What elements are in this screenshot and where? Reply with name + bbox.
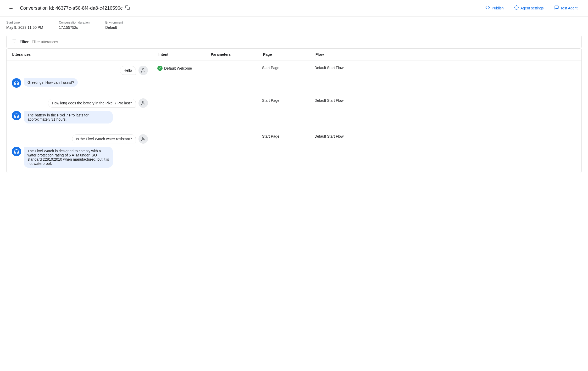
- test-agent-button[interactable]: Test Agent: [550, 3, 582, 13]
- utterances-cell-3: Is the Pixel Watch water resistant?: [7, 129, 153, 173]
- svg-point-5: [142, 69, 144, 70]
- flow-cell-2: Default Start Flow: [310, 93, 581, 108]
- col-intent: Intent: [158, 52, 211, 57]
- start-time-value: May 9, 2023 11:50 PM: [6, 25, 43, 30]
- duration-value: 17.155752s: [59, 25, 90, 30]
- agent-bubble-1: Greetings! How can I assist?: [24, 78, 78, 87]
- intent-cell-2: [153, 93, 206, 104]
- environment-value: Default: [105, 25, 123, 30]
- user-message-2: How long does the battery in the Pixel 7…: [12, 98, 148, 108]
- page-cell-3: Start Page: [258, 129, 310, 144]
- svg-point-7: [142, 137, 144, 139]
- col-page: Page: [263, 52, 315, 57]
- meta-environment: Environment Default: [105, 21, 123, 30]
- agent-avatar-2: [12, 111, 21, 120]
- filter-icon: [12, 39, 16, 45]
- col-flow: Flow: [315, 52, 576, 57]
- user-message-1: Hello: [12, 66, 148, 75]
- col-parameters: Parameters: [211, 52, 263, 57]
- filter-label: Filter: [20, 40, 29, 44]
- agent-avatar-3: [12, 147, 21, 156]
- start-time-label: Start time: [6, 21, 43, 24]
- col-utterances: Utterances: [12, 52, 158, 57]
- agent-settings-button[interactable]: Agent settings: [510, 3, 548, 13]
- test-agent-icon: [554, 5, 559, 11]
- agent-settings-label: Agent settings: [520, 6, 544, 10]
- meta-duration: Conversation duration 17.155752s: [59, 21, 90, 30]
- filter-bar: Filter: [6, 35, 582, 49]
- svg-point-1: [516, 7, 517, 8]
- utterances-table: Utterances Intent Parameters Page Flow H…: [6, 49, 582, 173]
- conversation-id: Conversation Id: 46377c-a56-8f4-da8-c421…: [20, 5, 123, 11]
- page-cell-1: Start Page: [258, 60, 310, 75]
- agent-bubble-2: The battery in the Pixel 7 Pro lasts for…: [24, 111, 113, 123]
- svg-point-6: [142, 101, 144, 103]
- publish-button[interactable]: Publish: [481, 3, 508, 13]
- user-avatar-3: [138, 134, 148, 144]
- back-icon: ←: [8, 5, 14, 11]
- agent-avatar-1: [12, 78, 21, 88]
- params-cell-2: [206, 93, 258, 104]
- environment-label: Environment: [105, 21, 123, 24]
- params-cell-3: [206, 129, 258, 139]
- publish-icon: [485, 5, 490, 11]
- table-row: How long does the battery in the Pixel 7…: [7, 93, 581, 129]
- copy-icon[interactable]: [125, 5, 130, 11]
- params-cell-1: [206, 60, 258, 71]
- user-bubble-3: Is the Pixel Watch water resistant?: [72, 134, 136, 143]
- settings-icon: [514, 5, 519, 11]
- intent-cell-1: ✓ Default Welcome: [153, 60, 206, 76]
- agent-message-2: The battery in the Pixel 7 Pro lasts for…: [12, 111, 148, 123]
- agent-message-3: The Pixel Watch is designed to comply wi…: [12, 147, 148, 168]
- intent-badge-1: ✓ Default Welcome: [157, 66, 192, 71]
- user-avatar-2: [138, 98, 148, 108]
- agent-bubble-3: The Pixel Watch is designed to comply wi…: [24, 147, 113, 168]
- test-agent-label: Test Agent: [561, 6, 578, 10]
- user-message-3: Is the Pixel Watch water resistant?: [12, 134, 148, 144]
- flow-cell-3: Default Start Flow: [310, 129, 581, 144]
- table-row: Is the Pixel Watch water resistant?: [7, 129, 581, 173]
- header-actions: Publish Agent settings Test Agent: [481, 3, 582, 13]
- svg-rect-0: [127, 7, 130, 9]
- check-icon-1: ✓: [157, 66, 163, 71]
- user-bubble-2: How long does the battery in the Pixel 7…: [48, 99, 136, 108]
- utterances-cell-1: Hello: [7, 60, 153, 93]
- user-bubble-1: Hello: [120, 66, 136, 75]
- table-header: Utterances Intent Parameters Page Flow: [7, 49, 581, 60]
- table-row: Hello: [7, 60, 581, 93]
- page-title: Conversation Id: 46377c-a56-8f4-da8-c421…: [20, 5, 477, 11]
- meta-bar: Start time May 9, 2023 11:50 PM Conversa…: [0, 16, 588, 35]
- back-button[interactable]: ←: [6, 3, 16, 13]
- flow-cell-1: Default Start Flow: [310, 60, 581, 75]
- duration-label: Conversation duration: [59, 21, 90, 24]
- filter-input[interactable]: [32, 40, 576, 44]
- agent-message-1: Greetings! How can I assist?: [12, 78, 148, 88]
- publish-label: Publish: [492, 6, 504, 10]
- meta-start-time: Start time May 9, 2023 11:50 PM: [6, 21, 43, 30]
- utterances-cell-2: How long does the battery in the Pixel 7…: [7, 93, 153, 129]
- user-avatar-1: [138, 66, 148, 75]
- intent-cell-3: [153, 129, 206, 139]
- page-cell-2: Start Page: [258, 93, 310, 108]
